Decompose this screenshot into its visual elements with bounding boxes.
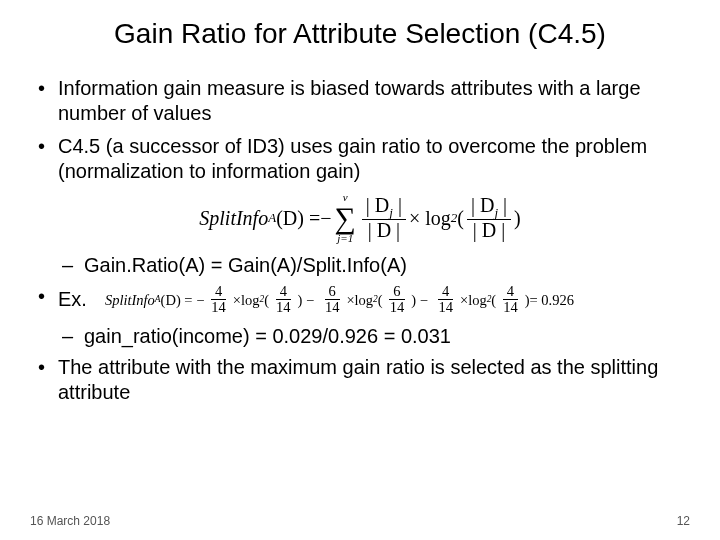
- bullet-4-sub: gain_ratio(income) = 0.029/0.926 = 0.031: [30, 323, 690, 349]
- slide-title: Gain Ratio for Attribute Selection (C4.5…: [30, 18, 690, 50]
- footer: 16 March 2018 12: [30, 514, 690, 528]
- bullet-1: Information gain measure is biased towar…: [30, 76, 690, 126]
- ex-label: Ex.: [58, 287, 87, 312]
- bullet-2: C4.5 (a successor of ID3) uses gain rati…: [30, 134, 690, 184]
- sub-list-2: gain_ratio(income) = 0.029/0.926 = 0.031: [30, 323, 690, 349]
- footer-date: 16 March 2018: [30, 514, 110, 528]
- bullet-list-2: Ex. SplitInfoA(D) = − 414 × log2( 414 ) …: [30, 284, 690, 315]
- bullet-5: The attribute with the maximum gain rati…: [30, 355, 690, 405]
- formula-example: SplitInfoA(D) = − 414 × log2( 414 ) − 61…: [105, 284, 574, 315]
- bullet-list-3: The attribute with the maximum gain rati…: [30, 355, 690, 405]
- formula-splitinfo: SplitInfoA(D) = − v ∑ j=1 | Dj | | D | ×…: [30, 192, 690, 244]
- page-number: 12: [677, 514, 690, 528]
- bullet-list: Information gain measure is biased towar…: [30, 76, 690, 184]
- sub-list-1: Gain.Ratio(A) = Gain(A)/Split.Info(A): [30, 252, 690, 278]
- bullet-4: Ex. SplitInfoA(D) = − 414 × log2( 414 ) …: [30, 284, 690, 315]
- bullet-3-sub: Gain.Ratio(A) = Gain(A)/Split.Info(A): [30, 252, 690, 278]
